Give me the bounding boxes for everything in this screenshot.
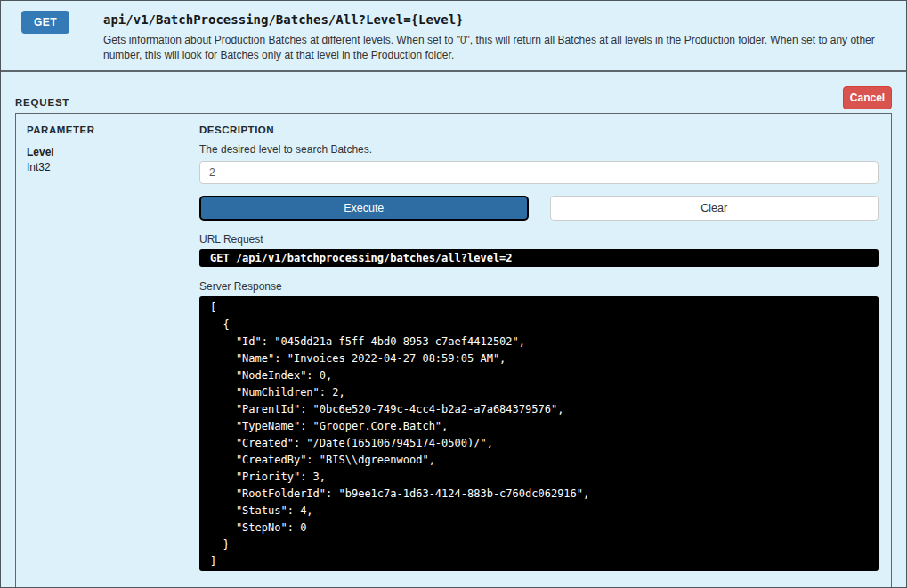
parameter-description: The desired level to search Batches. bbox=[199, 143, 879, 156]
cancel-button[interactable]: Cancel bbox=[843, 86, 892, 109]
description-column-header: DESCRIPTION bbox=[199, 125, 879, 135]
server-response-label: Server Response bbox=[199, 280, 879, 293]
request-panel: PARAMETER Level Int32 DESCRIPTION The de… bbox=[15, 113, 892, 588]
description-column: DESCRIPTION The desired level to search … bbox=[199, 125, 879, 571]
api-operation-page: GET api/v1/BatchProcessing/Batches/All?L… bbox=[0, 0, 907, 588]
operation-header[interactable]: GET api/v1/BatchProcessing/Batches/All?L… bbox=[1, 1, 906, 72]
request-bar: REQUEST Cancel bbox=[15, 86, 892, 109]
parameter-name: Level bbox=[27, 146, 199, 158]
parameter-table: PARAMETER Level Int32 DESCRIPTION The de… bbox=[27, 125, 879, 571]
url-request-value: GET /api/v1/batchprocessing/batches/all?… bbox=[199, 249, 879, 267]
clear-button[interactable]: Clear bbox=[550, 196, 879, 221]
request-section-label: REQUEST bbox=[15, 97, 69, 109]
action-buttons-row: Execute Clear bbox=[199, 196, 879, 221]
execute-button[interactable]: Execute bbox=[199, 196, 529, 221]
method-badge: GET bbox=[21, 11, 69, 34]
operation-info: api/v1/BatchProcessing/Batches/All?Level… bbox=[103, 11, 892, 63]
operation-description: Gets information about Production Batche… bbox=[103, 33, 892, 63]
operation-path: api/v1/BatchProcessing/Batches/All?Level… bbox=[103, 12, 892, 27]
parameter-column: PARAMETER Level Int32 bbox=[27, 125, 199, 571]
server-response-body: [ { "Id": "045dd21a-f5ff-4bd0-8953-c7aef… bbox=[199, 296, 879, 571]
url-request-label: URL Request bbox=[199, 233, 879, 246]
parameter-column-header: PARAMETER bbox=[27, 125, 199, 135]
level-value-input[interactable] bbox=[199, 161, 879, 184]
parameter-type: Int32 bbox=[27, 161, 199, 173]
